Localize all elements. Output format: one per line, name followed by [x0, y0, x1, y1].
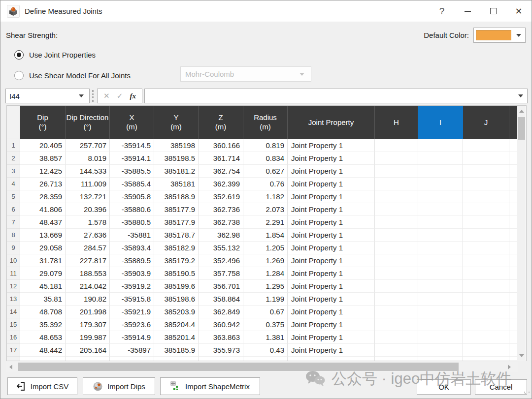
cell-y[interactable]: 385198	[154, 139, 199, 152]
cell-j[interactable]	[463, 242, 509, 254]
column-header-h[interactable]: H	[375, 106, 418, 139]
cell-dip-direction[interactable]: 132.721	[66, 190, 110, 203]
cell-z[interactable]: 358.864	[199, 293, 243, 306]
cell-h[interactable]	[375, 254, 418, 267]
cell-i[interactable]	[418, 178, 463, 190]
cell-joint-property[interactable]: Joint Property 1	[288, 331, 375, 344]
cell-x[interactable]: -35919.2	[110, 280, 154, 293]
cell-i[interactable]	[418, 139, 463, 152]
cell-radius[interactable]: 2.073	[243, 203, 288, 216]
cell-j[interactable]	[463, 254, 509, 267]
cell-h[interactable]	[375, 242, 418, 254]
cell-dip[interactable]: 45.181	[20, 280, 66, 293]
cell-joint-property[interactable]: Joint Property 1	[288, 254, 375, 267]
cell-joint-property[interactable]: Joint Property 1	[288, 139, 375, 152]
cell-dip[interactable]: 29.058	[20, 242, 66, 254]
cell-joint-property[interactable]: Joint Property 1	[288, 178, 375, 190]
cell-h[interactable]	[375, 280, 418, 293]
cell-y[interactable]: 385178.7	[154, 229, 199, 242]
row-number[interactable]: 8	[7, 229, 20, 242]
ok-button[interactable]: OK	[417, 379, 471, 395]
confirm-entry-icon[interactable]: ✓	[117, 92, 123, 100]
default-color-picker[interactable]	[473, 28, 526, 43]
cell-y[interactable]: 385177.9	[154, 203, 199, 216]
horizontal-scroll-thumb[interactable]	[18, 363, 459, 371]
cell-j[interactable]	[463, 318, 509, 331]
cell-h[interactable]	[375, 165, 418, 178]
row-number[interactable]: 11	[7, 267, 20, 280]
cell-z[interactable]: 352.496	[199, 254, 243, 267]
import-shapemetrix-button[interactable]: Import ShapeMetrix	[160, 377, 260, 395]
row-number[interactable]: 5	[7, 190, 20, 203]
cell-dip[interactable]: 35.81	[20, 293, 66, 306]
cell-y[interactable]: 385177.9	[154, 216, 199, 229]
row-number[interactable]: 17	[7, 344, 20, 357]
cell-j[interactable]	[463, 293, 509, 306]
cell-dip[interactable]: 48.653	[20, 331, 66, 344]
radio-use-joint-properties[interactable]: Use Joint Properties	[14, 50, 96, 60]
cell-dip-direction[interactable]: 188.553	[66, 267, 110, 280]
cell-joint-property[interactable]: Joint Property 1	[288, 318, 375, 331]
column-header-x[interactable]: X(m)	[110, 106, 154, 139]
cell-z[interactable]: 357.758	[199, 267, 243, 280]
cell-z[interactable]: 355.973	[199, 344, 243, 357]
scroll-down-icon[interactable]	[517, 351, 526, 360]
cell-radius[interactable]: 0.76	[243, 178, 288, 190]
row-number[interactable]: 14	[7, 306, 20, 318]
cell-y[interactable]: 385198.6	[154, 293, 199, 306]
cell-j[interactable]	[463, 190, 509, 203]
cell-i[interactable]	[418, 267, 463, 280]
cell-y[interactable]: 385204.4	[154, 318, 199, 331]
cell-x[interactable]: -35897	[110, 344, 154, 357]
cell-dip-direction[interactable]: 20.396	[66, 203, 110, 216]
cell-x[interactable]: -35903.9	[110, 267, 154, 280]
cell-z[interactable]: 360.942	[199, 318, 243, 331]
cell-j[interactable]	[463, 178, 509, 190]
scroll-right-icon[interactable]	[505, 362, 514, 372]
minimize-icon[interactable]	[455, 0, 480, 22]
cell-h[interactable]	[375, 318, 418, 331]
cell-joint-property[interactable]: Joint Property 1	[288, 203, 375, 216]
cell-i[interactable]	[418, 306, 463, 318]
cell-dip[interactable]: 48.437	[20, 216, 66, 229]
cell-x[interactable]: -35885.4	[110, 178, 154, 190]
cell-z[interactable]: 362.754	[199, 165, 243, 178]
import-csv-button[interactable]: Import CSV	[7, 377, 77, 395]
cell-radius[interactable]: 1.381	[243, 331, 288, 344]
cell-j[interactable]	[463, 216, 509, 229]
cell-dip[interactable]: 13.669	[20, 229, 66, 242]
cell-j[interactable]	[463, 152, 509, 165]
row-number[interactable]: 2	[7, 152, 20, 165]
cell-j[interactable]	[463, 344, 509, 357]
cell-joint-property[interactable]: Joint Property 1	[288, 242, 375, 254]
vertical-scroll-thumb[interactable]	[518, 117, 525, 140]
cell-radius[interactable]: 0.375	[243, 318, 288, 331]
chevron-down-icon[interactable]	[518, 94, 523, 97]
chevron-down-icon[interactable]	[79, 94, 84, 97]
cell-z[interactable]: 362.738	[199, 216, 243, 229]
cell-x[interactable]: -35885.5	[110, 165, 154, 178]
horizontal-scrollbar[interactable]	[6, 362, 518, 372]
cell-dip-direction[interactable]: 27.636	[66, 229, 110, 242]
column-header-radius[interactable]: Radius(m)	[243, 106, 288, 139]
column-header-y[interactable]: Y(m)	[154, 106, 199, 139]
cell-y[interactable]: 385181	[154, 178, 199, 190]
cell-h[interactable]	[375, 306, 418, 318]
help-icon[interactable]: ?	[429, 0, 455, 22]
cancel-entry-icon[interactable]: ✕	[103, 92, 110, 100]
column-header-dip-direction[interactable]: Dip Direction(°)	[66, 106, 110, 139]
cell-radius[interactable]: 0.834	[243, 152, 288, 165]
cell-x[interactable]: -35914.9	[110, 331, 154, 344]
cell-radius[interactable]: 0.819	[243, 139, 288, 152]
cell-dip-direction[interactable]: 8.019	[66, 152, 110, 165]
cell-i[interactable]	[418, 152, 463, 165]
cell-z[interactable]: 355.132	[199, 242, 243, 254]
cell-j[interactable]	[463, 267, 509, 280]
cell-dip[interactable]: 29.079	[20, 267, 66, 280]
cell-dip[interactable]: 31.781	[20, 254, 66, 267]
column-header-i[interactable]: I	[418, 106, 463, 139]
vertical-scrollbar[interactable]	[517, 106, 526, 360]
row-number[interactable]: 4	[7, 178, 20, 190]
cell-y[interactable]: 385199.6	[154, 280, 199, 293]
cell-z[interactable]: 363.863	[199, 331, 243, 344]
